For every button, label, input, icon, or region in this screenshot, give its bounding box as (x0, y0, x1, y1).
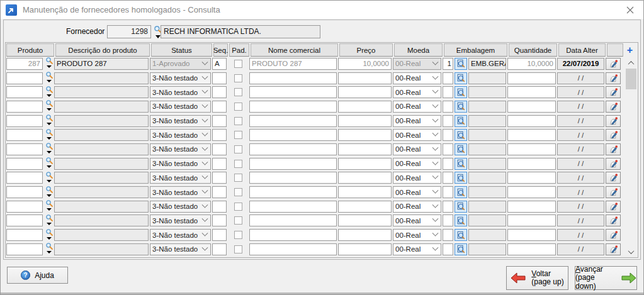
chevron-down-icon[interactable] (202, 173, 208, 179)
chevron-down-icon[interactable] (202, 59, 208, 65)
help-button[interactable]: ? Ajuda (7, 267, 68, 284)
pad-checkbox[interactable] (234, 174, 242, 182)
dropdown-arrow-icon[interactable] (47, 194, 52, 197)
moeda-select[interactable]: 00-Real (393, 129, 441, 141)
chevron-down-icon[interactable] (432, 245, 439, 251)
preco-input[interactable] (338, 158, 392, 170)
seq-input[interactable] (212, 214, 227, 226)
pad-checkbox[interactable] (234, 103, 242, 111)
dropdown-arrow-icon[interactable] (47, 65, 52, 68)
chevron-down-icon[interactable] (432, 230, 439, 237)
status-select[interactable]: 3-Não testado (150, 229, 211, 241)
dropdown-arrow-icon[interactable] (47, 237, 52, 240)
quantidade-input[interactable] (507, 229, 556, 241)
edit-row-button[interactable] (606, 172, 621, 184)
produto-input[interactable] (6, 229, 43, 241)
embalagem-search-button[interactable] (455, 172, 467, 184)
moeda-select[interactable]: 00-Real (393, 86, 441, 98)
nome-comercial-input[interactable] (249, 158, 337, 170)
pad-checkbox[interactable] (234, 88, 242, 96)
chevron-down-icon[interactable] (202, 73, 208, 79)
embalagem-seq-input[interactable] (443, 86, 453, 98)
scrollbar-thumb[interactable] (626, 69, 636, 89)
nome-comercial-input[interactable] (249, 229, 337, 241)
pad-checkbox[interactable] (234, 160, 242, 168)
back-pageup-button[interactable]: Voltar (page up) (506, 266, 568, 290)
dropdown-arrow-icon[interactable] (47, 251, 52, 253)
pad-checkbox[interactable] (234, 216, 242, 225)
pad-checkbox[interactable] (234, 117, 242, 125)
moeda-select[interactable]: 00-Real (393, 186, 441, 198)
status-select[interactable]: 3-Não testado (150, 72, 211, 84)
pad-checkbox[interactable] (234, 74, 242, 82)
search-icon[interactable] (45, 142, 54, 150)
embalagem-seq-input[interactable] (443, 201, 453, 213)
search-icon[interactable] (45, 114, 54, 122)
quantidade-input[interactable] (507, 186, 556, 198)
preco-input[interactable] (338, 214, 392, 226)
embalagem-search-button[interactable] (455, 243, 467, 255)
embalagem-seq-input[interactable] (443, 158, 453, 170)
produto-input[interactable] (6, 129, 43, 141)
chevron-down-icon[interactable] (432, 201, 439, 208)
nome-comercial-input[interactable] (249, 201, 337, 213)
produto-input[interactable] (6, 158, 43, 170)
moeda-select[interactable]: 00-Real (393, 214, 441, 226)
seq-input[interactable] (212, 186, 227, 198)
search-icon[interactable] (45, 199, 54, 208)
pad-checkbox[interactable] (234, 245, 242, 253)
quantidade-input[interactable] (507, 158, 556, 170)
chevron-down-icon[interactable] (202, 102, 208, 108)
seq-input[interactable] (212, 129, 227, 141)
search-icon[interactable] (45, 57, 54, 65)
preco-input[interactable] (338, 229, 392, 241)
dropdown-arrow-icon[interactable] (47, 151, 52, 153)
preco-input[interactable] (338, 201, 392, 213)
embalagem-seq-input[interactable] (443, 129, 453, 141)
search-icon[interactable] (45, 71, 54, 79)
scroll-down-icon[interactable] (626, 247, 636, 257)
embalagem-seq-input[interactable] (443, 115, 453, 127)
chevron-down-icon[interactable] (432, 87, 439, 94)
pad-checkbox[interactable] (234, 60, 242, 68)
chevron-down-icon[interactable] (432, 130, 439, 136)
chevron-down-icon[interactable] (202, 116, 208, 122)
embalagem-search-button[interactable] (455, 115, 467, 127)
preco-input[interactable] (338, 101, 392, 113)
nome-comercial-input[interactable] (249, 86, 337, 98)
quantidade-input[interactable] (507, 172, 556, 184)
edit-row-button[interactable] (606, 158, 621, 170)
quantidade-input[interactable] (507, 86, 556, 98)
chevron-down-icon[interactable] (202, 130, 208, 136)
produto-input[interactable] (6, 214, 43, 226)
nome-comercial-input[interactable] (249, 72, 337, 84)
seq-input[interactable] (212, 229, 227, 241)
moeda-select[interactable]: 00-Real (393, 243, 441, 255)
preco-input[interactable] (338, 172, 392, 184)
status-select[interactable]: 3-Não testado (150, 158, 211, 170)
embalagem-search-button[interactable] (455, 101, 467, 113)
embalagem-seq-input[interactable]: 1 (443, 58, 453, 70)
moeda-select[interactable]: 00-Real (393, 229, 441, 241)
quantidade-input[interactable] (507, 214, 556, 226)
status-select[interactable]: 1-Aprovado (150, 58, 211, 70)
pad-checkbox[interactable] (234, 203, 242, 211)
embalagem-seq-input[interactable] (443, 229, 453, 241)
produto-input[interactable] (6, 172, 43, 184)
nome-comercial-input[interactable] (249, 129, 337, 141)
quantidade-input[interactable] (507, 72, 556, 84)
chevron-down-icon[interactable] (432, 216, 439, 222)
chevron-down-icon[interactable] (432, 59, 439, 65)
status-select[interactable]: 3-Não testado (150, 214, 211, 226)
chevron-down-icon[interactable] (202, 159, 208, 165)
embalagem-search-button[interactable] (455, 214, 467, 226)
nome-comercial-input[interactable] (249, 214, 337, 226)
nome-comercial-input[interactable] (249, 186, 337, 198)
status-select[interactable]: 3-Não testado (150, 186, 211, 198)
embalagem-search-button[interactable] (455, 158, 467, 170)
pad-checkbox[interactable] (234, 131, 242, 139)
quantidade-input[interactable] (507, 201, 556, 213)
embalagem-seq-input[interactable] (443, 186, 453, 198)
embalagem-search-button[interactable] (455, 186, 467, 198)
chevron-down-icon[interactable] (432, 145, 439, 151)
